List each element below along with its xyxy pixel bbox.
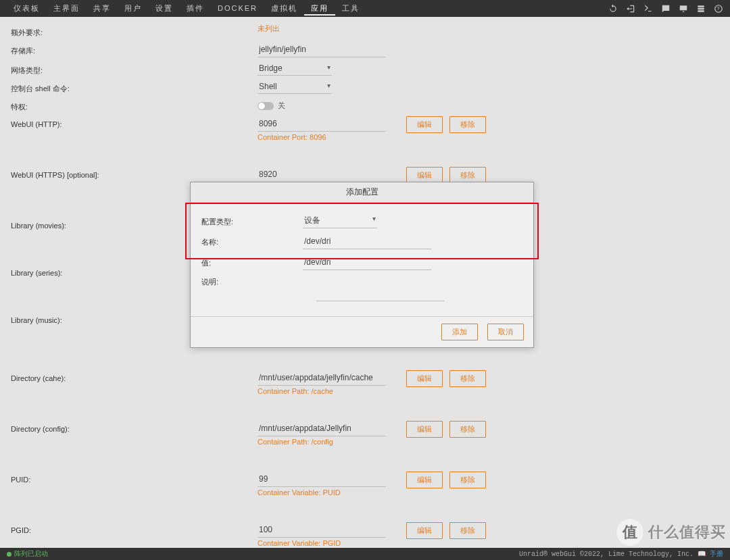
- edit-button-puid[interactable]: 编辑: [406, 472, 443, 488]
- label-pgid: PGID:: [11, 522, 258, 534]
- label-directory-config: Directory (config):: [11, 421, 258, 433]
- remove-button-webui-http[interactable]: 移除: [449, 116, 486, 133]
- edit-button-webui-http[interactable]: 编辑: [406, 116, 443, 133]
- watermark-icon: 值: [616, 518, 644, 546]
- modal-title: 添加配置: [191, 182, 533, 203]
- edit-button-pgid[interactable]: 编辑: [406, 522, 443, 539]
- label-network-type: 网络类型:: [11, 61, 258, 76]
- feedback-icon[interactable]: [661, 4, 671, 14]
- nav-shares[interactable]: 共享: [87, 0, 118, 17]
- modal-cancel-button[interactable]: 取消: [487, 324, 524, 340]
- input-webui-https[interactable]: [258, 167, 386, 182]
- label-directory-cache: Directory (cahe):: [11, 370, 258, 382]
- input-directory-config[interactable]: [258, 421, 386, 436]
- modal-select-type[interactable]: 设备: [303, 213, 377, 228]
- nav-plugins[interactable]: 插件: [180, 0, 211, 17]
- book-icon: 📖: [698, 551, 706, 558]
- modal-label-name: 名称:: [201, 236, 303, 247]
- sub-puid: Container Variable: PUID: [258, 488, 386, 497]
- nav-apps[interactable]: 应用: [304, 0, 335, 16]
- sync-icon[interactable]: [608, 4, 618, 14]
- nav-settings[interactable]: 设置: [149, 0, 180, 17]
- remove-button-pgid[interactable]: 移除: [449, 522, 486, 539]
- modal-label-value: 值:: [201, 257, 303, 268]
- footer-copyright: Unraid® webGui ©2022, Lime Technology, I…: [519, 551, 694, 558]
- modal-label-desc: 说明:: [201, 276, 303, 287]
- label-extra-req: 额外要求:: [11, 24, 258, 38]
- input-puid[interactable]: [258, 472, 386, 487]
- modal-label-type: 配置类型:: [201, 215, 303, 227]
- footer-right: Unraid® webGui ©2022, Lime Technology, I…: [519, 549, 723, 559]
- input-repository[interactable]: [258, 42, 386, 57]
- label-webui-http: WebUI (HTTP):: [11, 116, 258, 128]
- nav-main[interactable]: 主界面: [47, 0, 87, 17]
- select-network-type[interactable]: Bridge: [258, 61, 332, 76]
- modal-input-value[interactable]: [303, 255, 431, 270]
- monitor-icon[interactable]: [679, 4, 688, 14]
- nav-tools[interactable]: 工具: [335, 0, 366, 17]
- label-repository: 存储库:: [11, 42, 258, 56]
- terminal-icon[interactable]: [643, 4, 653, 14]
- footer-manual-link[interactable]: 手册: [710, 551, 723, 558]
- edit-button-dir-cache[interactable]: 编辑: [406, 370, 443, 387]
- highlight-box: [185, 203, 539, 259]
- watermark: 值 什么值得买: [616, 518, 726, 546]
- toggle-privileged[interactable]: [258, 102, 274, 110]
- nav-docker[interactable]: DOCKER: [211, 0, 264, 17]
- select-shell[interactable]: Shell: [258, 80, 332, 94]
- watermark-text: 什么值得买: [648, 522, 726, 542]
- nav-users[interactable]: 用户: [118, 0, 149, 17]
- sub-pgid: Container Variable: PGID: [258, 539, 386, 547]
- sub-directory-cache: Container Path: /cache: [258, 387, 386, 395]
- modal-add-button[interactable]: 添加: [441, 324, 478, 340]
- nav-items: 仪表板 主界面 共享 用户 设置 插件 DOCKER 虚拟机 应用 工具: [7, 0, 366, 17]
- label-shell: 控制台 shell 命令:: [11, 80, 258, 94]
- remove-button-dir-cache[interactable]: 移除: [449, 370, 486, 387]
- info-icon[interactable]: [696, 4, 706, 14]
- remove-button-puid[interactable]: 移除: [449, 472, 486, 488]
- svg-text:?: ?: [716, 6, 720, 11]
- sub-webui-http: Container Port: 8096: [258, 133, 386, 141]
- top-nav: 仪表板 主界面 共享 用户 设置 插件 DOCKER 虚拟机 应用 工具 ?: [0, 0, 730, 17]
- label-webui-https: WebUI (HTTPS) [optional]:: [11, 167, 258, 179]
- modal-input-name[interactable]: [303, 234, 431, 249]
- input-webui-http[interactable]: [258, 116, 386, 132]
- sub-directory-config: Container Path: /config: [258, 438, 386, 446]
- remove-button-dir-config[interactable]: 移除: [449, 421, 486, 438]
- nav-vms[interactable]: 虚拟机: [264, 0, 304, 17]
- label-puid: PUID:: [11, 472, 258, 484]
- logout-icon[interactable]: [626, 4, 635, 14]
- value-extra-req[interactable]: 未列出: [258, 24, 280, 32]
- nav-right-icons: ?: [608, 4, 723, 14]
- footer-bar: 阵列已启动 Unraid® webGui ©2022, Lime Technol…: [0, 548, 730, 560]
- input-directory-cache[interactable]: [258, 370, 386, 386]
- input-pgid[interactable]: [258, 522, 386, 538]
- toggle-privileged-state: 关: [278, 101, 285, 111]
- modal-add-config: 添加配置 配置类型: 设备 名称: 值: 说明: 添加 取消: [190, 182, 534, 348]
- help-icon[interactable]: ?: [714, 4, 723, 14]
- label-privileged: 特权:: [11, 98, 258, 112]
- footer-array-status-label: 阵列已启动: [14, 549, 48, 559]
- footer-array-status: 阵列已启动: [7, 549, 48, 559]
- status-dot-icon: [7, 552, 11, 557]
- nav-dashboard[interactable]: 仪表板: [7, 0, 47, 17]
- edit-button-dir-config[interactable]: 编辑: [406, 421, 443, 438]
